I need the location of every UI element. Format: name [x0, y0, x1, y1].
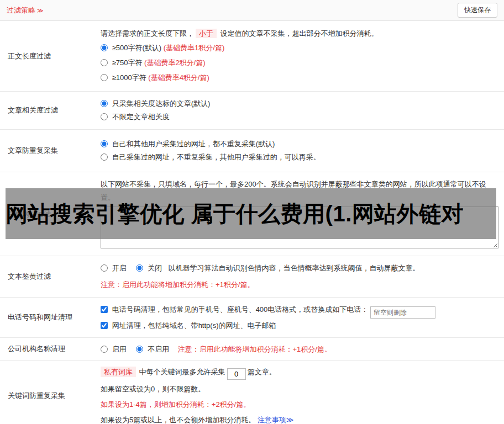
quick-save-button[interactable]: 快速保存 — [458, 3, 497, 18]
porn-option-off-label: 关闭 — [148, 264, 162, 272]
length-option-1000[interactable]: ≥1000字符 (基础费率4积分/篇) — [101, 70, 498, 85]
length-filter-intro-post: 设定值的文章不采集，超出部分不增加积分消耗。 — [218, 29, 379, 38]
phone-clean-checkbox[interactable] — [101, 306, 108, 313]
phone-clean-checkbox-label[interactable]: 电话号码清理，包括常见的手机号、座机号、400电话格式，或替换成如下电话： — [101, 305, 370, 314]
company-option-on-label: 启用 — [112, 345, 127, 353]
company-clean-options: 启用 不启用 注意：启用此功能将增加积分消耗：+1积分/篇。 — [101, 343, 498, 356]
company-option-off[interactable]: 不启用 — [136, 345, 171, 353]
porn-option-on-label: 开启 — [112, 264, 127, 272]
phone-clean-text: 电话号码清理，包括常见的手机号、座机号、400电话格式，或替换成如下电话： — [112, 305, 369, 314]
keyword-dedup-line2: 如果留空或设为0，则不限篇数。 — [101, 383, 498, 395]
keyword-dedup-line3: 如果设为1-4篇，则增加积分消耗：+2积分/篇。 — [101, 399, 498, 411]
header: 过滤策略≫ 快速保存 — [0, 0, 504, 21]
row-length-filter: 正文长度过滤 请选择需求的正文长度下限，小于 设定值的文章不采集，超出部分不增加… — [0, 21, 504, 92]
url-clean-checkbox-label[interactable]: 网址清理，包括纯域名、带http(s)的网址、电子邮箱 — [101, 321, 276, 330]
porn-filter-note: 注意：启用此功能将增加积分消耗：+1积分/篇。 — [101, 278, 498, 292]
dup-option-self[interactable]: 自己采集过的网址，不重复采集，其他用户采集过的，可以再采。 — [101, 151, 498, 164]
keyword-dedup-line4: 如果设为5篇或以上，也不会额外增加积分消耗。 注意事项≫ — [101, 414, 498, 424]
row-label-relevance-filter: 文章相关度过滤 — [0, 92, 95, 129]
row-dup-filter: 文章防重复采集 自己和其他用户采集过的网址，都不重复采集(默认) 自己采集过的网… — [0, 130, 504, 172]
length-filter-intro-pre: 请选择需求的正文长度下限， — [101, 29, 194, 38]
length-option-1000-note: (基础费率4积分/篇) — [148, 73, 209, 82]
porn-option-off[interactable]: 关闭 — [136, 264, 164, 272]
row-label-keyword-dedup: 关键词防重复采集 — [0, 361, 95, 424]
company-option-off-label: 不启用 — [148, 345, 169, 353]
length-option-500[interactable]: ≥500字符(默认) (基础费率1积分/篇) — [101, 40, 498, 55]
notes-link[interactable]: 注意事项≫ — [258, 416, 294, 424]
company-option-on[interactable]: 启用 — [101, 345, 128, 353]
row-label-porn-filter: 文本鉴黄过滤 — [0, 256, 95, 297]
relevance-option-strict-label: 只采集相关度达标的文章(默认) — [112, 99, 211, 108]
row-label-company-clean: 公司机构名称清理 — [0, 338, 95, 360]
private-lexicon-badge: 私有词库 — [101, 367, 136, 377]
row-keyword-dedup: 关键词防重复采集 私有词库 中每个关键词最多允许采集篇文章。 如果留空或设为0，… — [0, 361, 504, 424]
relevance-option-any-radio[interactable] — [101, 113, 108, 120]
url-clean-item: 网址清理，包括纯域名、带http(s)的网址、电子邮箱 — [101, 319, 498, 333]
keyword-dedup-line1-mid: 中每个关键词最多允许采集 — [137, 368, 225, 376]
phone-clean-item: 电话号码清理，包括常见的手机号、座机号、400电话格式，或替换成如下电话： — [101, 302, 498, 319]
relevance-option-any[interactable]: 不限定文章相关度 — [101, 110, 498, 124]
url-clean-checkbox[interactable] — [101, 322, 108, 329]
page-title-text: 过滤策略 — [7, 6, 35, 14]
length-option-750-radio[interactable] — [101, 59, 108, 66]
porn-option-on-radio[interactable] — [101, 264, 108, 272]
keyword-dedup-line1: 私有词库 中每个关键词最多允许采集篇文章。 — [101, 365, 498, 380]
relevance-option-strict-radio[interactable] — [101, 100, 108, 107]
dup-option-global-radio[interactable] — [101, 140, 108, 147]
length-option-500-label: ≥500字符(默认) — [112, 44, 164, 52]
phone-replace-input[interactable] — [370, 306, 435, 319]
length-option-750[interactable]: ≥750字符 (基础费率2积分/篇) — [101, 55, 498, 70]
length-filter-highlight: 小于 — [196, 29, 217, 38]
porn-option-on[interactable]: 开启 — [101, 264, 128, 272]
length-option-500-radio[interactable] — [101, 44, 108, 51]
dup-option-global[interactable]: 自己和其他用户采集过的网址，都不重复采集(默认) — [101, 137, 498, 151]
collapse-icon: ≫ — [37, 7, 44, 14]
porn-filter-desc: 以机器学习算法自动识别色情内容，当色情概率达到系统阈值，自动屏蔽文章。 — [169, 264, 420, 272]
keyword-limit-input[interactable] — [227, 368, 246, 380]
dup-option-self-radio[interactable] — [101, 153, 108, 161]
watermark-overlay: 网站搜索引擎优化 属于什么费用(1.网站外链对 — [6, 188, 496, 239]
dup-option-global-label: 自己和其他用户采集过的网址，都不重复采集(默认) — [112, 140, 275, 148]
company-option-on-radio[interactable] — [101, 346, 108, 353]
dup-option-self-label: 自己采集过的网址，不重复采集，其他用户采集过的，可以再采。 — [112, 153, 321, 161]
length-option-750-note: (基础费率2积分/篇) — [144, 59, 206, 67]
row-relevance-filter: 文章相关度过滤 只采集相关度达标的文章(默认) 不限定文章相关度 — [0, 92, 504, 130]
keyword-dedup-line4-text: 如果设为5篇或以上，也不会额外增加积分消耗。 — [101, 416, 255, 424]
row-phone-clean: 电话号码和网址清理 电话号码清理，包括常见的手机号、座机号、400电话格式，或替… — [0, 298, 504, 338]
row-label-length-filter: 正文长度过滤 — [0, 21, 95, 91]
row-porn-filter: 文本鉴黄过滤 开启 关闭 以机器学习算法自动识别色情内容，当色情概率达到系统阈值… — [0, 256, 504, 298]
porn-filter-options: 开启 关闭 以机器学习算法自动识别色情内容，当色情概率达到系统阈值，自动屏蔽文章… — [101, 262, 498, 275]
company-option-off-radio[interactable] — [136, 346, 143, 353]
company-clean-note: 注意：启用此功能将增加积分消耗：+1积分/篇。 — [178, 345, 332, 353]
page-title[interactable]: 过滤策略≫ — [7, 6, 44, 15]
porn-option-off-radio[interactable] — [136, 264, 143, 272]
row-label-dup-filter: 文章防重复采集 — [0, 130, 95, 172]
row-label-phone-clean: 电话号码和网址清理 — [0, 298, 95, 337]
relevance-option-strict[interactable]: 只采集相关度达标的文章(默认) — [101, 97, 498, 110]
row-company-clean: 公司机构名称清理 启用 不启用 注意：启用此功能将增加积分消耗：+1积分/篇。 — [0, 338, 504, 361]
keyword-dedup-line1-end: 篇文章。 — [248, 368, 276, 376]
length-filter-intro: 请选择需求的正文长度下限，小于 设定值的文章不采集，超出部分不增加积分消耗。 — [101, 27, 498, 40]
watermark-text: 网站搜索引擎优化 属于什么费用(1.网站外链对 — [6, 199, 464, 229]
length-option-1000-label: ≥1000字符 — [112, 73, 149, 82]
length-option-500-note: (基础费率1积分/篇) — [164, 44, 225, 52]
length-option-1000-radio[interactable] — [101, 74, 108, 81]
length-option-750-label: ≥750字符 — [112, 59, 144, 67]
url-clean-text: 网址清理，包括纯域名、带http(s)的网址、电子邮箱 — [112, 321, 276, 330]
relevance-option-any-label: 不限定文章相关度 — [112, 113, 170, 121]
